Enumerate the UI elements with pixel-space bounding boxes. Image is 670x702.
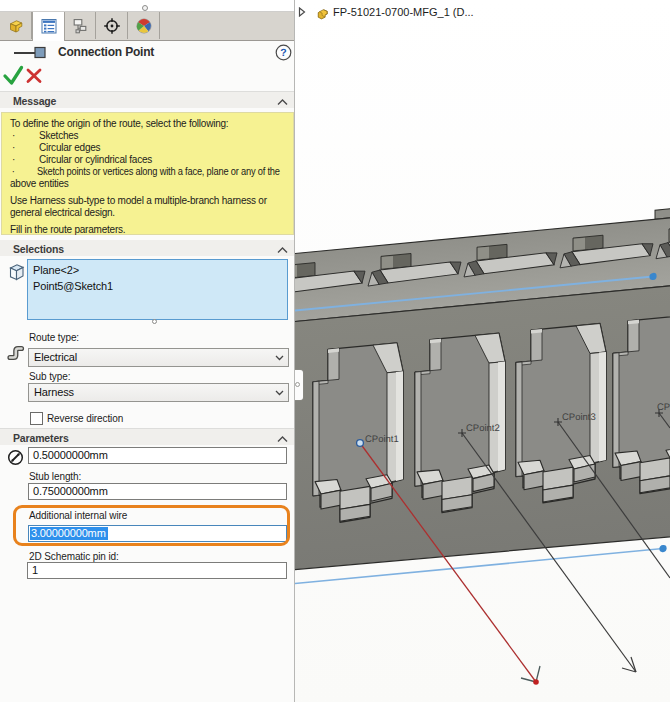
- svg-text:CPoint1: CPoint1: [365, 434, 399, 445]
- svg-text:CPoint3: CPoint3: [562, 412, 596, 423]
- svg-text:CPoint2: CPoint2: [466, 423, 500, 434]
- svg-text:CPoi: CPoi: [657, 402, 670, 413]
- svg-text:?: ?: [280, 47, 286, 59]
